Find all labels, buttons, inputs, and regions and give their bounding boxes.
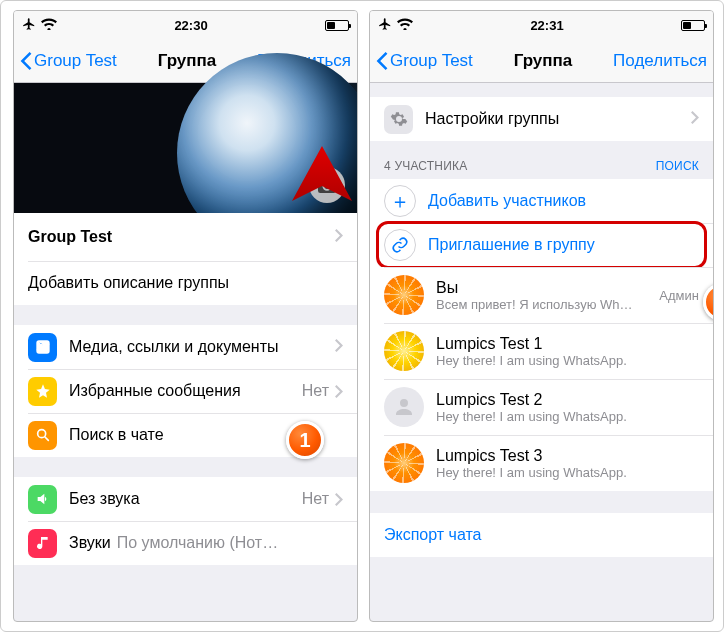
sounds-cell[interactable]: Звуки По умолчанию (Нот… [14,521,357,565]
nav-back-button[interactable]: Group Test [20,51,117,71]
nav-back-label: Group Test [34,51,117,71]
speaker-icon [28,485,57,514]
plus-icon: ＋ [384,185,416,217]
export-chat-cell[interactable]: Экспорт чата [370,513,713,557]
export-chat-label: Экспорт чата [384,526,482,544]
status-bar: 22:31 [370,11,713,39]
member-name: Lumpics Test 2 [436,391,699,409]
wifi-icon [397,18,413,33]
group-photo[interactable] [14,83,357,213]
link-icon [384,229,416,261]
starred-messages-cell[interactable]: Избранные сообщения Нет [14,369,357,413]
airplane-mode-icon [22,17,36,34]
status-bar: 22:30 [14,11,357,39]
member-role: Админ [659,288,699,303]
nav-title: Группа [514,51,573,71]
group-description-cell[interactable]: Добавить описание группы [14,261,357,305]
mute-value: Нет [302,490,329,508]
battery-icon [325,20,349,31]
mute-cell[interactable]: Без звука Нет [14,477,357,521]
status-time: 22:31 [530,18,563,33]
media-links-docs-cell[interactable]: Медиа, ссылки и документы [14,325,357,369]
avatar [384,387,424,427]
search-icon [28,421,57,450]
sounds-label: Звуки [69,534,111,552]
group-name-cell[interactable]: Group Test [14,213,357,261]
starred-label: Избранные сообщения [69,382,241,400]
gear-icon [384,105,413,134]
battery-icon [681,20,705,31]
wifi-icon [41,18,57,33]
avatar [384,331,424,371]
nav-title: Группа [158,51,217,71]
member-name: Lumpics Test 3 [436,447,699,465]
members-count-label: 4 УЧАСТНИКА [384,159,467,173]
sounds-value: По умолчанию (Нот… [117,534,278,552]
group-settings-label: Настройки группы [425,110,559,128]
nav-share-button[interactable]: Поделиться [613,51,707,71]
chevron-right-icon [691,110,699,128]
media-icon [28,333,57,362]
chevron-right-icon [335,228,343,246]
invite-link-cell[interactable]: Приглашение в группу [370,223,713,267]
member-status: Hey there! I am using WhatsApp. [436,409,699,424]
camera-icon [318,178,336,193]
group-name-label: Group Test [28,228,112,246]
add-members-cell[interactable]: ＋ Добавить участников [370,179,713,223]
member-row[interactable]: Lumpics Test 1 Hey there! I am using Wha… [370,323,713,379]
nav-bar: Group Test Группа Поделиться [370,39,713,83]
status-time: 22:30 [174,18,207,33]
mute-label: Без звука [69,490,140,508]
airplane-mode-icon [378,17,392,34]
chevron-right-icon [335,493,343,506]
phone-screen-1: 22:30 Group Test Группа Поделиться Group… [13,10,358,622]
avatar [384,443,424,483]
chat-search-cell[interactable]: Поиск в чате [14,413,357,457]
member-name: Lumpics Test 1 [436,335,699,353]
starred-value: Нет [302,382,329,400]
change-photo-button[interactable] [309,167,345,203]
members-section-header: 4 УЧАСТНИКА ПОИСК [370,141,713,179]
group-description-label: Добавить описание группы [28,274,229,292]
member-status: Hey there! I am using WhatsApp. [436,353,699,368]
member-row[interactable]: Lumpics Test 3 Hey there! I am using Wha… [370,435,713,491]
member-row[interactable]: Lumpics Test 2 Hey there! I am using Wha… [370,379,713,435]
chevron-right-icon [335,338,343,356]
invite-link-label: Приглашение в группу [428,236,595,254]
nav-back-button[interactable]: Group Test [376,51,473,71]
member-row[interactable]: Вы Всем привет! Я использую Wh… Админ [370,267,713,323]
group-settings-cell[interactable]: Настройки группы [370,97,713,141]
star-icon [28,377,57,406]
media-label: Медиа, ссылки и документы [69,338,279,356]
phone-screen-2: 22:31 Group Test Группа Поделиться Настр… [369,10,714,622]
member-status: Hey there! I am using WhatsApp. [436,465,699,480]
members-search-button[interactable]: ПОИСК [656,159,699,173]
music-note-icon [28,529,57,558]
chat-search-label: Поиск в чате [69,426,164,444]
member-status: Всем привет! Я использую Wh… [436,297,659,312]
chevron-right-icon [335,385,343,398]
member-name: Вы [436,279,659,297]
add-members-label: Добавить участников [428,192,586,210]
nav-back-label: Group Test [390,51,473,71]
avatar [384,275,424,315]
